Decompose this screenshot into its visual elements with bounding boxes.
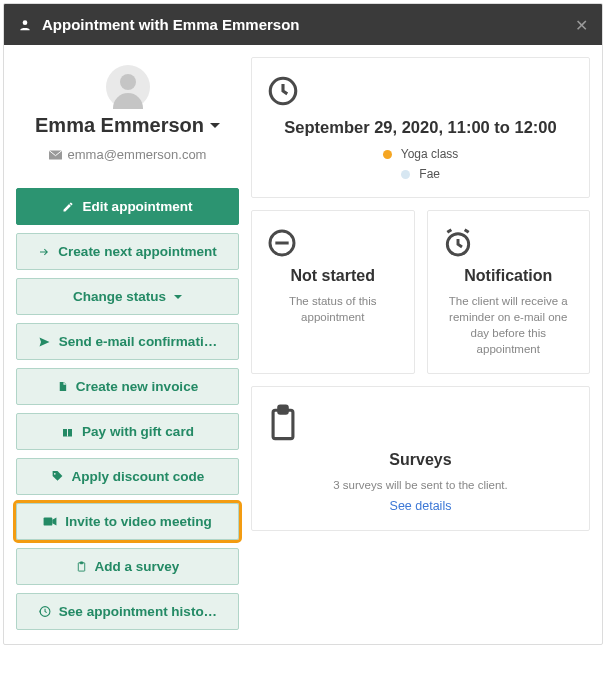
pencil-icon bbox=[62, 201, 74, 213]
client-email: emma@emmerson.com bbox=[68, 147, 207, 162]
class-name: Yoga class bbox=[401, 147, 459, 161]
status-title: Not started bbox=[266, 267, 400, 285]
person-icon bbox=[18, 18, 32, 32]
staff-tag: Fae bbox=[401, 167, 440, 181]
notification-title: Notification bbox=[442, 267, 576, 285]
modal-title: Appointment with Emma Emmerson bbox=[42, 16, 300, 33]
actions-list: Edit appointment Create next appointment… bbox=[16, 188, 239, 630]
create-next-appointment-button[interactable]: Create next appointment bbox=[16, 233, 239, 270]
avatar bbox=[106, 65, 150, 109]
button-label: Change status bbox=[73, 289, 166, 304]
add-a-survey-button[interactable]: Add a survey bbox=[16, 548, 239, 585]
gift-icon bbox=[61, 426, 74, 438]
client-block: Emma Emmerson emma@emmerson.com bbox=[16, 57, 239, 168]
file-icon bbox=[57, 380, 68, 393]
notification-panel: Notification The client will receive a r… bbox=[427, 210, 591, 374]
create-new-invoice-button[interactable]: Create new invoice bbox=[16, 368, 239, 405]
client-email-row: emma@emmerson.com bbox=[16, 147, 239, 162]
apply-discount-code-button[interactable]: Apply discount code bbox=[16, 458, 239, 495]
see-details-link[interactable]: See details bbox=[390, 499, 452, 513]
surveys-desc: 3 surveys will be sent to the client. bbox=[266, 477, 575, 493]
staff-name: Fae bbox=[419, 167, 440, 181]
button-label: Create new invoice bbox=[76, 379, 198, 394]
status-desc: The status of this appointment bbox=[266, 293, 400, 325]
button-label: Invite to video meeting bbox=[65, 514, 211, 529]
class-color-dot bbox=[383, 150, 392, 159]
svg-rect-4 bbox=[67, 429, 68, 437]
send-email-confirmation-button[interactable]: Send e-mail confirmati… bbox=[16, 323, 239, 360]
clipboard-icon bbox=[76, 560, 87, 573]
client-name-dropdown[interactable]: Emma Emmerson bbox=[29, 109, 226, 137]
history-icon bbox=[38, 605, 51, 618]
status-panel: Not started The status of this appointme… bbox=[251, 210, 415, 374]
surveys-title: Surveys bbox=[266, 451, 575, 469]
notification-desc: The client will receive a reminder on e-… bbox=[442, 293, 576, 357]
appointment-modal: Appointment with Emma Emmerson ✕ Emma Em… bbox=[3, 3, 603, 645]
chevron-down-icon bbox=[210, 123, 220, 133]
edit-appointment-button[interactable]: Edit appointment bbox=[16, 188, 239, 225]
modal-header: Appointment with Emma Emmerson ✕ bbox=[4, 4, 602, 45]
alarm-icon bbox=[442, 227, 576, 259]
clock-icon bbox=[266, 74, 575, 108]
svg-point-0 bbox=[23, 20, 28, 25]
button-label: Edit appointment bbox=[82, 199, 192, 214]
appointment-datetime: September 29, 2020, 11:00 to 12:00 bbox=[266, 118, 575, 137]
video-icon bbox=[43, 516, 57, 527]
send-icon bbox=[38, 336, 51, 348]
see-appointment-history-button[interactable]: See appointment histo… bbox=[16, 593, 239, 630]
button-label: Pay with gift card bbox=[82, 424, 194, 439]
right-column: September 29, 2020, 11:00 to 12:00 Yoga … bbox=[251, 57, 590, 630]
svg-rect-8 bbox=[80, 562, 83, 564]
arrow-right-icon bbox=[38, 246, 50, 258]
button-label: See appointment histo… bbox=[59, 604, 217, 619]
not-started-icon bbox=[266, 227, 400, 259]
svg-rect-6 bbox=[44, 517, 53, 525]
pay-with-gift-card-button[interactable]: Pay with gift card bbox=[16, 413, 239, 450]
datetime-panel: September 29, 2020, 11:00 to 12:00 Yoga … bbox=[251, 57, 590, 198]
button-label: Create next appointment bbox=[58, 244, 216, 259]
change-status-button[interactable]: Change status bbox=[16, 278, 239, 315]
svg-point-5 bbox=[54, 473, 56, 475]
clipboard-icon bbox=[266, 403, 575, 443]
left-column: Emma Emmerson emma@emmerson.com Edit app… bbox=[16, 57, 239, 630]
button-label: Add a survey bbox=[95, 559, 180, 574]
client-name-label: Emma Emmerson bbox=[35, 113, 204, 137]
button-label: Apply discount code bbox=[72, 469, 205, 484]
class-tag: Yoga class bbox=[383, 147, 459, 161]
envelope-icon bbox=[49, 150, 62, 160]
close-icon[interactable]: ✕ bbox=[575, 16, 588, 35]
svg-rect-15 bbox=[279, 406, 288, 413]
staff-color-dot bbox=[401, 170, 410, 179]
button-label: Send e-mail confirmati… bbox=[59, 334, 217, 349]
tag-icon bbox=[51, 470, 64, 483]
chevron-down-icon bbox=[174, 295, 182, 303]
surveys-panel: Surveys 3 surveys will be sent to the cl… bbox=[251, 386, 590, 531]
invite-to-video-meeting-button[interactable]: Invite to video meeting bbox=[16, 503, 239, 540]
